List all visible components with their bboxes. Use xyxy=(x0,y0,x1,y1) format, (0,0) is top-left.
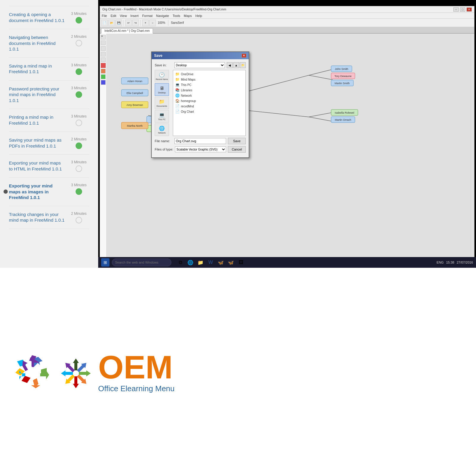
sidebar-item-7-right: 3 Minutes xyxy=(68,160,89,172)
sidebar-item-5[interactable]: Printing a mind map in FreeMind 1.0.1 3 … xyxy=(9,109,89,132)
sidebar-item-7[interactable]: Exporting your mind maps to HTML in Free… xyxy=(9,155,89,178)
sidebar-item-2[interactable]: Navigating between documents in FreeMind… xyxy=(9,29,89,58)
nav-recent[interactable]: 🕐 Recent Items xyxy=(155,70,169,82)
nav-desktop[interactable]: 🖥 Desktop xyxy=(155,83,169,96)
menu-format[interactable]: Format xyxy=(142,14,153,18)
window-minimize-btn[interactable]: − xyxy=(453,7,459,12)
file-item-libraries[interactable]: 📚 Libraries xyxy=(174,87,244,93)
menu-navigate[interactable]: Navigate xyxy=(156,14,169,18)
sidebar-item-5-title[interactable]: Printing a mind map in FreeMind 1.0.1 xyxy=(9,114,65,126)
menu-file[interactable]: File xyxy=(102,14,107,18)
menu-help[interactable]: Help xyxy=(195,14,202,18)
nav-documents-label: Documents xyxy=(156,105,167,107)
sidebar-item-9-title[interactable]: Tracking changes in your mind map in Fre… xyxy=(9,212,65,223)
toolbar-undo[interactable]: ↩ xyxy=(125,20,132,26)
sidebar-item-8-text: Exporting your mind maps as images in Fr… xyxy=(9,183,65,201)
toolbar-save[interactable]: 💾 xyxy=(115,20,122,26)
sidebar-item-6-title[interactable]: Saving your mind maps as PDFs in FreeMin… xyxy=(9,137,65,149)
sidebar-item-9[interactable]: Tracking changes in your mind map in Fre… xyxy=(9,206,89,229)
taskbar-photos-icon[interactable]: 🖼 xyxy=(237,258,245,267)
filetype-select[interactable]: Scalable Vector Graphic (SVG) xyxy=(175,146,226,152)
sidebar-item-3[interactable]: Saving a mind map in FreeMind 1.0.1 3 Mi… xyxy=(9,58,89,81)
sidebar-item-4-title[interactable]: Password protecting your mind maps in Fr… xyxy=(9,86,65,104)
menu-insert[interactable]: Insert xyxy=(130,14,139,18)
menu-view[interactable]: View xyxy=(120,14,127,18)
sidebar-item-4[interactable]: Password protecting your mind maps in Fr… xyxy=(9,81,89,109)
file-icon-onedrive: 📁 xyxy=(175,72,180,76)
toolbar-redo[interactable]: ↪ xyxy=(132,20,139,26)
nav-thispc[interactable]: 💻 This PC xyxy=(155,110,169,123)
file-item-recvdmnd[interactable]: 📄 recvdMnd xyxy=(174,104,244,109)
sidebar-item-8-title[interactable]: Exporting your mind maps as images in Fr… xyxy=(9,183,65,201)
file-item-network[interactable]: 🌐 Network xyxy=(174,93,244,98)
toolbar-zoom-out[interactable]: − xyxy=(149,20,156,26)
sidebar-item-3-title[interactable]: Saving a mind map in FreeMind 1.0.1 xyxy=(9,63,65,75)
dialog-titlebar: Save ✕ xyxy=(152,52,249,59)
sidebar-item-8-status xyxy=(76,188,82,195)
panel-btn-9[interactable] xyxy=(101,80,106,85)
dialog-new-folder-btn[interactable]: 📁 xyxy=(240,62,246,68)
file-name-mindmaps: Mind Maps xyxy=(181,78,195,81)
panel-btn-5[interactable] xyxy=(101,57,106,62)
sidebar-item-7-title[interactable]: Exporting your mind maps to HTML in Free… xyxy=(9,160,65,172)
taskbar-app2-icon[interactable]: 🦋 xyxy=(227,258,235,267)
cancel-button[interactable]: Cancel xyxy=(228,146,246,153)
sidebar-item-9-status xyxy=(76,217,82,223)
file-item-thispc[interactable]: 💻 This PC xyxy=(174,82,244,87)
sidebar-item-8[interactable]: Exporting your mind maps as images in Fr… xyxy=(9,178,89,206)
oem-logo-icon xyxy=(15,354,51,390)
panel-btn-2[interactable] xyxy=(101,40,106,45)
current-dot xyxy=(4,190,8,194)
sidebar-item-1-title[interactable]: Creating & opening a document in FreeMin… xyxy=(9,12,65,23)
sidebar: Creating & opening a document in FreeMin… xyxy=(0,0,98,268)
taskbar-folder-icon[interactable]: 📁 xyxy=(196,258,205,267)
scrollbar-vertical[interactable] xyxy=(471,34,474,262)
taskbar-app1-icon[interactable]: 🦋 xyxy=(217,258,225,267)
dialog-up-btn[interactable]: ▲ xyxy=(233,62,239,68)
taskbar-edge-icon[interactable]: 🌐 xyxy=(186,258,195,267)
file-item-orgchart[interactable]: 📄 Org Chart xyxy=(174,109,244,114)
panel-btn-6[interactable] xyxy=(101,63,106,68)
taskbar-word-icon[interactable]: W xyxy=(206,258,215,267)
nav-network[interactable]: 🌐 Network xyxy=(155,123,169,136)
panel-btn-3[interactable] xyxy=(101,46,106,51)
save-in-select[interactable]: Desktop xyxy=(174,62,225,68)
panel-btn-4[interactable] xyxy=(101,52,106,57)
nav-documents[interactable]: 📁 Documents xyxy=(155,97,169,109)
sidebar-item-7-status xyxy=(76,165,82,172)
save-button[interactable]: Save xyxy=(228,138,246,144)
svg-text:Amy Bowman: Amy Bowman xyxy=(126,104,143,107)
menu-edit[interactable]: Edit xyxy=(111,14,116,18)
toolbar-open[interactable]: 📂 xyxy=(108,20,115,26)
taskbar-icons: ⧉ 🌐 📁 W 🦋 🦋 🖼 xyxy=(176,258,245,267)
panel-btn-8[interactable] xyxy=(101,74,106,79)
taskbar-search-input[interactable] xyxy=(112,259,171,266)
window-titlebar: Org Chart.mm - FreeMind - Macintosh Mode… xyxy=(100,6,474,13)
file-name-libraries: Libraries xyxy=(181,89,192,92)
dialog-back-btn[interactable]: ◀ xyxy=(227,62,233,68)
panel-btn-1[interactable]: ✕ xyxy=(101,35,106,40)
window-maximize-btn[interactable]: □ xyxy=(460,7,465,12)
taskbar-task-view[interactable]: ⧉ xyxy=(176,258,184,267)
sidebar-item-1[interactable]: Creating & opening a document in FreeMin… xyxy=(9,6,89,29)
filename-label: File name: xyxy=(155,139,173,143)
sidebar-item-6-right: 2 Minutes xyxy=(68,137,89,149)
window-close-btn[interactable]: ✕ xyxy=(466,7,472,12)
panel-btn-7[interactable] xyxy=(101,69,106,73)
dialog-close-btn[interactable]: ✕ xyxy=(242,54,246,58)
freemind-window: Org Chart.mm - FreeMind - Macintosh Mode… xyxy=(100,6,475,266)
file-item-homegroup[interactable]: 🏠 homegroup xyxy=(174,98,244,104)
toolbar-new[interactable]: 📄 xyxy=(101,20,108,26)
sidebar-item-7-text: Exporting your mind maps to HTML in Free… xyxy=(9,160,65,172)
sidebar-item-2-title[interactable]: Navigating between documents in FreeMind… xyxy=(9,35,65,52)
file-item-onedrive[interactable]: 📁 OneDrive xyxy=(174,71,244,77)
filename-input[interactable] xyxy=(174,138,226,144)
start-button[interactable]: ⊞ xyxy=(101,258,109,267)
tab-org-chart[interactable]: IntelliCon-AI.mm * | Org Chart.mm xyxy=(101,28,153,34)
menu-tools[interactable]: Tools xyxy=(173,14,180,18)
toolbar-zoom-in[interactable]: + xyxy=(142,20,149,26)
sidebar-item-6[interactable]: Saving your mind maps as PDFs in FreeMin… xyxy=(9,132,89,155)
file-item-mindmaps[interactable]: 📁 Mind Maps xyxy=(174,77,244,82)
menu-maps[interactable]: Maps xyxy=(184,14,192,18)
window-title: Org Chart.mm - FreeMind - Macintosh Mode… xyxy=(102,8,226,11)
